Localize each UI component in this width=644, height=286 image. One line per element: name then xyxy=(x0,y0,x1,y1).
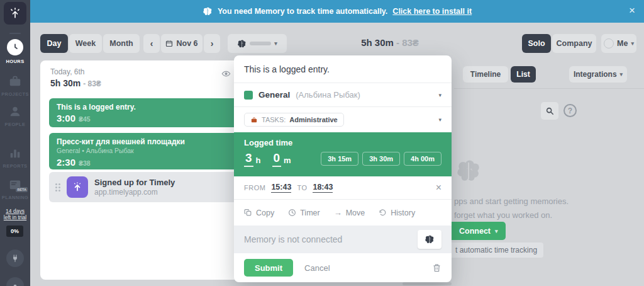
plug-icon xyxy=(6,249,24,267)
copy-icon xyxy=(244,209,252,217)
clock-icon xyxy=(7,39,23,55)
connect-button[interactable]: Connect ▾ xyxy=(452,222,506,240)
memory-connect-button[interactable] xyxy=(418,230,441,249)
chevron-down-icon: ▾ xyxy=(438,117,441,123)
drag-handle-icon[interactable] xyxy=(55,183,60,192)
panel-divider xyxy=(454,88,644,89)
submit-button[interactable]: Submit xyxy=(244,259,293,277)
integrations-plug-button[interactable] xyxy=(6,249,24,267)
search-button[interactable] xyxy=(541,102,558,120)
automatic-tracking-badge[interactable]: t automatic time tracking xyxy=(452,243,543,258)
banner-text: You need Memory to track time automatica… xyxy=(218,7,387,16)
brain-icon xyxy=(237,40,247,48)
delete-entry-icon[interactable] xyxy=(432,263,441,273)
memory-promo-line1: pps and start getting memories. xyxy=(454,197,569,206)
move-action[interactable]: → Move xyxy=(334,208,365,217)
entry-amount: ₴45 xyxy=(79,115,91,123)
integrations-dropdown[interactable]: Integrations ▾ xyxy=(569,66,627,83)
copy-action[interactable]: Copy xyxy=(244,209,274,217)
timer-icon xyxy=(288,209,296,217)
memory-brain-icon xyxy=(455,159,482,183)
tag-chip[interactable]: TASKS: Administrative xyxy=(244,113,344,127)
settings-button[interactable] xyxy=(6,277,24,286)
banner-close-icon[interactable]: × xyxy=(629,4,635,17)
tag-select[interactable]: TASKS: Administrative ▾ xyxy=(234,107,452,132)
entry-note-input[interactable]: This is a logged entry. xyxy=(234,55,452,83)
toolbar-total: 5h 30m - 83₴ xyxy=(327,37,453,48)
timer-action[interactable]: Timer xyxy=(288,209,319,217)
next-day-button[interactable]: › xyxy=(204,34,220,53)
sidebar-item-hours[interactable]: HOURS xyxy=(0,39,30,64)
banner-install-link[interactable]: Click here to install it xyxy=(392,7,472,16)
history-action[interactable]: History xyxy=(379,209,415,217)
briefcase-icon xyxy=(8,74,23,88)
user-menu-button[interactable]: Me ▾ xyxy=(601,34,636,53)
preset-duration-button[interactable]: 4h 00m xyxy=(404,152,441,166)
help-button[interactable]: ? xyxy=(564,104,577,117)
entry-actions-row: Copy Timer → Move History xyxy=(234,199,452,226)
clear-range-icon[interactable]: × xyxy=(436,183,441,193)
sidebar-item-planning[interactable]: BETA PLANNING xyxy=(0,178,30,200)
view-tab-day[interactable]: Day xyxy=(40,34,68,53)
preset-duration-button[interactable]: 3h 15m xyxy=(321,152,358,166)
project-select[interactable]: General (Альбина Рыбак) ▾ xyxy=(234,83,452,107)
sidebar: HOURS PROJECTS PEOPLE REPORTS BETA PLANN… xyxy=(0,0,30,286)
sidebar-item-label: HOURS xyxy=(6,59,24,64)
preset-duration-button[interactable]: 3h 30m xyxy=(362,152,400,166)
planning-icon: BETA xyxy=(8,178,23,192)
suggestion-source: app.timelyapp.com xyxy=(94,188,175,197)
gear-icon xyxy=(6,277,24,286)
timely-logo[interactable] xyxy=(4,2,26,25)
to-time-input[interactable]: 18:43 xyxy=(313,183,333,193)
project-name: General xyxy=(258,90,290,100)
from-time-input[interactable]: 15:43 xyxy=(271,183,291,193)
chevron-down-icon: ▾ xyxy=(631,40,634,47)
memory-slider xyxy=(250,42,271,45)
modal-footer: Submit Cancel xyxy=(234,253,452,282)
history-icon xyxy=(379,209,387,217)
chevron-down-icon: ▾ xyxy=(620,71,623,77)
logged-time-label: Logged time xyxy=(244,138,441,147)
horizontal-scrollbar[interactable] xyxy=(402,282,452,285)
chevron-down-icon: ▾ xyxy=(438,92,441,98)
date-picker-button[interactable]: Nov 6 xyxy=(161,34,203,53)
date-label: Nov 6 xyxy=(176,39,197,48)
view-tab-timeline[interactable]: Timeline xyxy=(463,66,508,83)
entry-amount: ₴38 xyxy=(79,159,91,167)
memory-toggle-button[interactable]: ▾ xyxy=(228,34,287,53)
sidebar-item-people[interactable]: PEOPLE xyxy=(0,105,30,127)
bar-chart-icon xyxy=(8,146,22,160)
project-owner: (Альбина Рыбак) xyxy=(296,90,360,100)
chevron-down-icon: ▾ xyxy=(495,228,498,234)
avatar xyxy=(604,38,614,49)
edit-entry-modal: This is a logged entry. General (Альбина… xyxy=(234,55,452,282)
memory-status-row: Memory is not connected xyxy=(234,226,452,253)
tasks-briefcase-icon xyxy=(250,117,258,123)
progress-badge[interactable]: 0% xyxy=(6,226,23,237)
sidebar-item-label: PLANNING xyxy=(2,195,28,200)
brain-icon xyxy=(425,235,435,244)
memory-banner: You need Memory to track time automatica… xyxy=(30,0,644,23)
prev-day-button[interactable]: ‹ xyxy=(143,34,160,53)
calendar-icon xyxy=(165,40,173,47)
scope-tab-solo[interactable]: Solo xyxy=(522,34,551,53)
scope-tab-company[interactable]: Company xyxy=(552,34,596,53)
sidebar-divider xyxy=(9,33,21,34)
sidebar-item-reports[interactable]: REPORTS xyxy=(0,146,30,169)
beta-badge: BETA xyxy=(16,187,28,192)
time-range-row: FROM 15:43 TO 18:43 × xyxy=(234,176,452,199)
hours-input[interactable]: 3 xyxy=(244,151,253,167)
view-tab-week[interactable]: Week xyxy=(69,34,102,53)
sidebar-item-projects[interactable]: PROJECTS xyxy=(0,74,30,97)
user-menu-label: Me xyxy=(617,39,628,48)
suggestion-title: Signed up for Timely xyxy=(94,178,175,187)
arrow-right-icon: → xyxy=(334,208,342,217)
cancel-button[interactable]: Cancel xyxy=(304,263,330,273)
entry-duration: 2:30 xyxy=(57,157,75,168)
view-tab-list[interactable]: List xyxy=(511,66,536,83)
minutes-input[interactable]: 0 xyxy=(272,151,282,167)
sidebar-item-label: PROJECTS xyxy=(1,91,29,97)
view-tab-month[interactable]: Month xyxy=(103,34,140,53)
trial-link[interactable]: 14 days left in trial xyxy=(0,208,30,220)
hide-amounts-eye-icon[interactable] xyxy=(221,70,231,77)
